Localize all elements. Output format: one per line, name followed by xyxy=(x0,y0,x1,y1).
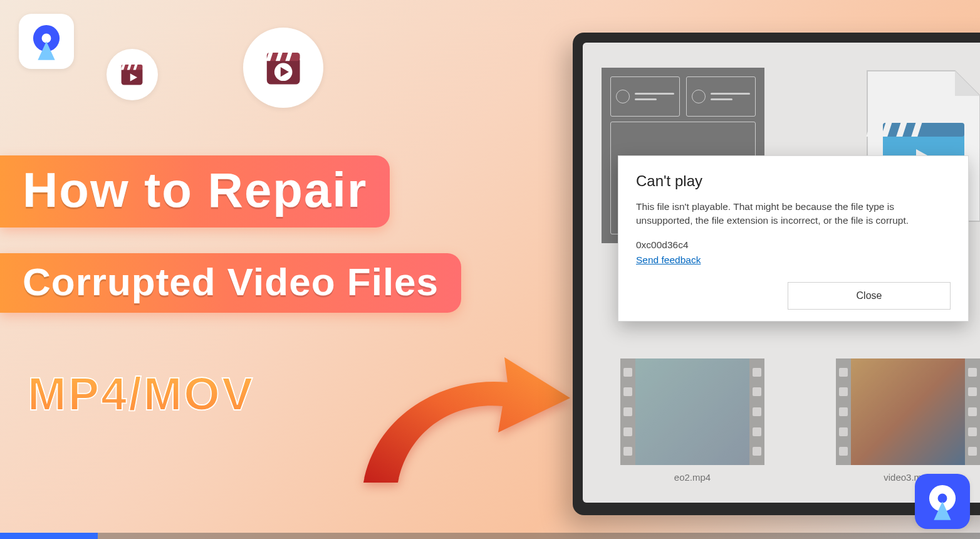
curved-arrow xyxy=(351,338,576,501)
recoverit-logo-icon xyxy=(923,482,962,521)
video-progress-fill xyxy=(0,533,98,539)
video-progress-bar[interactable] xyxy=(0,533,980,539)
title-line1: How to Repair xyxy=(23,162,367,219)
video-thumbnail[interactable] xyxy=(620,358,764,465)
formats-label: MP4/MOV xyxy=(28,367,254,421)
contact-card xyxy=(686,76,756,117)
brand-logo-corner xyxy=(915,474,970,529)
dialog-error-code: 0xc00d36c4 xyxy=(636,239,951,251)
video-clapper-play-icon xyxy=(118,60,146,88)
app-logo-badge xyxy=(19,14,74,69)
title-bar-line2: Corrupted Video Files xyxy=(0,253,461,313)
curved-arrow-icon xyxy=(351,338,576,501)
recoverit-logo-icon xyxy=(27,22,66,61)
send-feedback-link[interactable]: Send feedback xyxy=(636,254,701,266)
title-line2: Corrupted Video Files xyxy=(23,259,439,304)
video-clapper-play-icon xyxy=(261,46,305,90)
close-button[interactable]: Close xyxy=(788,282,951,310)
thumbnail-image xyxy=(851,358,965,465)
title-bar-line1: How to Repair xyxy=(0,155,390,228)
svg-rect-16 xyxy=(883,123,964,137)
error-dialog: Can't play This file isn't playable. Tha… xyxy=(618,155,969,322)
thumbnail-image xyxy=(635,358,749,465)
thumbnail-filename: eo2.mp4 xyxy=(620,472,764,483)
dialog-message: This file isn't playable. That might be … xyxy=(636,200,951,228)
contact-card xyxy=(610,76,680,117)
avatar-icon xyxy=(616,90,630,103)
video-icon-small xyxy=(107,49,158,100)
video-thumbnail[interactable] xyxy=(836,358,980,465)
video-icon-large xyxy=(243,28,323,108)
avatar-icon xyxy=(692,90,706,103)
dialog-title: Can't play xyxy=(636,172,951,190)
